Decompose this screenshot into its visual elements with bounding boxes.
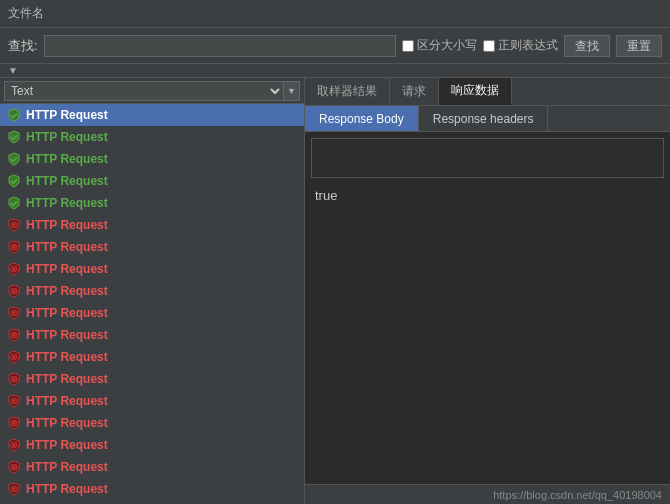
shield-error-icon bbox=[6, 261, 22, 277]
shield-error-icon bbox=[6, 217, 22, 233]
list-item-text: HTTP Request bbox=[26, 306, 108, 320]
list-item[interactable]: HTTP Request bbox=[0, 434, 304, 456]
list-item[interactable]: HTTP Request bbox=[0, 192, 304, 214]
list-item[interactable]: HTTP Request bbox=[0, 500, 304, 504]
right-panel: 取样器结果请求响应数据 Response BodyResponse header… bbox=[305, 78, 670, 504]
dropdown-arrow-icon[interactable]: ▼ bbox=[284, 81, 300, 101]
list-item-text: HTTP Request bbox=[26, 460, 108, 474]
shield-error-icon bbox=[6, 393, 22, 409]
regex-label: 正则表达式 bbox=[498, 37, 558, 54]
tabs-row: 取样器结果请求响应数据 bbox=[305, 78, 670, 106]
shield-error-icon bbox=[6, 305, 22, 321]
case-sensitive-checkbox[interactable] bbox=[402, 40, 414, 52]
list-item-text: HTTP Request bbox=[26, 350, 108, 364]
list-item-text: HTTP Request bbox=[26, 218, 108, 232]
arrow-row: ▼ bbox=[0, 64, 670, 78]
list-item[interactable]: HTTP Request bbox=[0, 104, 304, 126]
list-item[interactable]: HTTP Request bbox=[0, 390, 304, 412]
shield-error-icon bbox=[6, 437, 22, 453]
subtab-response-headers[interactable]: Response headers bbox=[419, 106, 549, 131]
list-item[interactable]: HTTP Request bbox=[0, 368, 304, 390]
top-bar: 文件名 bbox=[0, 0, 670, 28]
search-button[interactable]: 查找 bbox=[564, 35, 610, 57]
list-header: Text RegExp Tester CSS/JQuery Tester ▼ bbox=[0, 78, 304, 104]
regex-checkbox[interactable] bbox=[483, 40, 495, 52]
case-sensitive-group: 区分大小写 bbox=[402, 37, 477, 54]
list-item-text: HTTP Request bbox=[26, 482, 108, 496]
search-bar: 查找: 区分大小写 正则表达式 查找 重置 bbox=[0, 28, 670, 64]
shield-error-icon bbox=[6, 283, 22, 299]
search-label: 查找: bbox=[8, 37, 38, 55]
request-list[interactable]: HTTP Request HTTP Request HTTP Request H… bbox=[0, 104, 304, 504]
case-sensitive-label: 区分大小写 bbox=[417, 37, 477, 54]
list-item-text: HTTP Request bbox=[26, 240, 108, 254]
shield-success-icon bbox=[6, 129, 22, 145]
list-item-text: HTTP Request bbox=[26, 284, 108, 298]
shield-success-icon bbox=[6, 107, 22, 123]
list-item-text: HTTP Request bbox=[26, 174, 108, 188]
filter-dropdown[interactable]: Text RegExp Tester CSS/JQuery Tester bbox=[4, 81, 284, 101]
list-item-text: HTTP Request bbox=[26, 152, 108, 166]
response-body-text: true bbox=[311, 184, 664, 207]
response-content-box bbox=[311, 138, 664, 178]
tab-请求[interactable]: 请求 bbox=[390, 78, 439, 105]
shield-error-icon bbox=[6, 239, 22, 255]
list-item[interactable]: HTTP Request bbox=[0, 258, 304, 280]
sub-tabs-row: Response BodyResponse headers bbox=[305, 106, 670, 132]
list-item[interactable]: HTTP Request bbox=[0, 214, 304, 236]
url-bar: https://blog.csdn.net/qq_40198004 bbox=[305, 484, 670, 504]
list-item-text: HTTP Request bbox=[26, 328, 108, 342]
shield-error-icon bbox=[6, 349, 22, 365]
shield-error-icon bbox=[6, 371, 22, 387]
tab-取样器结果[interactable]: 取样器结果 bbox=[305, 78, 390, 105]
list-item-text: HTTP Request bbox=[26, 416, 108, 430]
shield-error-icon bbox=[6, 327, 22, 343]
footer-url: https://blog.csdn.net/qq_40198004 bbox=[493, 489, 662, 501]
subtab-response-body[interactable]: Response Body bbox=[305, 106, 419, 131]
list-item-text: HTTP Request bbox=[26, 438, 108, 452]
list-item[interactable]: HTTP Request bbox=[0, 280, 304, 302]
list-item[interactable]: HTTP Request bbox=[0, 302, 304, 324]
list-item-text: HTTP Request bbox=[26, 196, 108, 210]
list-item[interactable]: HTTP Request bbox=[0, 236, 304, 258]
shield-success-icon bbox=[6, 195, 22, 211]
list-item-text: HTTP Request bbox=[26, 108, 108, 122]
main-content: Text RegExp Tester CSS/JQuery Tester ▼ H… bbox=[0, 78, 670, 504]
list-item-text: HTTP Request bbox=[26, 130, 108, 144]
top-bar-title: 文件名 bbox=[8, 5, 44, 22]
regex-group: 正则表达式 bbox=[483, 37, 558, 54]
list-item[interactable]: HTTP Request bbox=[0, 412, 304, 434]
shield-success-icon bbox=[6, 173, 22, 189]
search-input[interactable] bbox=[44, 35, 396, 57]
collapse-arrow-icon[interactable]: ▼ bbox=[8, 65, 18, 76]
shield-success-icon bbox=[6, 151, 22, 167]
list-item[interactable]: HTTP Request bbox=[0, 148, 304, 170]
list-item[interactable]: HTTP Request bbox=[0, 478, 304, 500]
list-item[interactable]: HTTP Request bbox=[0, 126, 304, 148]
list-item[interactable]: HTTP Request bbox=[0, 324, 304, 346]
list-item[interactable]: HTTP Request bbox=[0, 346, 304, 368]
shield-error-icon bbox=[6, 459, 22, 475]
shield-error-icon bbox=[6, 415, 22, 431]
list-item[interactable]: HTTP Request bbox=[0, 456, 304, 478]
list-item-text: HTTP Request bbox=[26, 372, 108, 386]
list-item-text: HTTP Request bbox=[26, 394, 108, 408]
tab-响应数据[interactable]: 响应数据 bbox=[439, 78, 512, 105]
list-item-text: HTTP Request bbox=[26, 262, 108, 276]
list-item[interactable]: HTTP Request bbox=[0, 170, 304, 192]
response-area: true bbox=[305, 132, 670, 484]
shield-error-icon bbox=[6, 481, 22, 497]
reset-button[interactable]: 重置 bbox=[616, 35, 662, 57]
left-panel: Text RegExp Tester CSS/JQuery Tester ▼ H… bbox=[0, 78, 305, 504]
